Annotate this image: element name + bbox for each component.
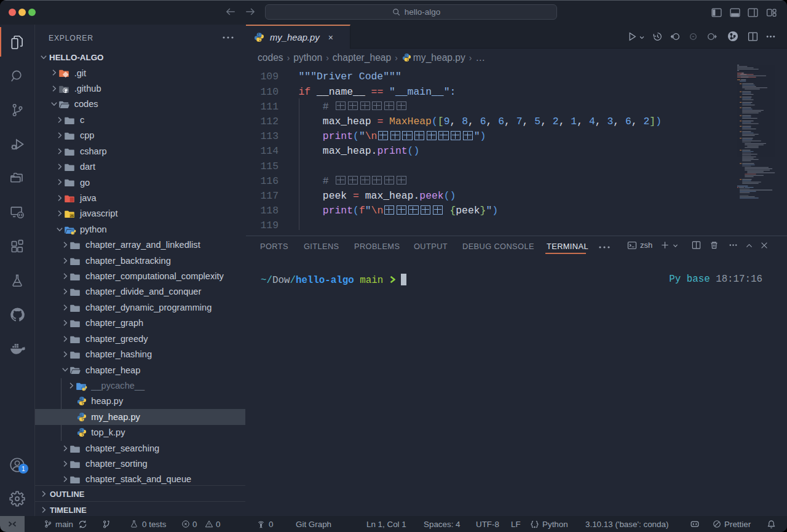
svg-text:JS: JS xyxy=(70,214,74,218)
